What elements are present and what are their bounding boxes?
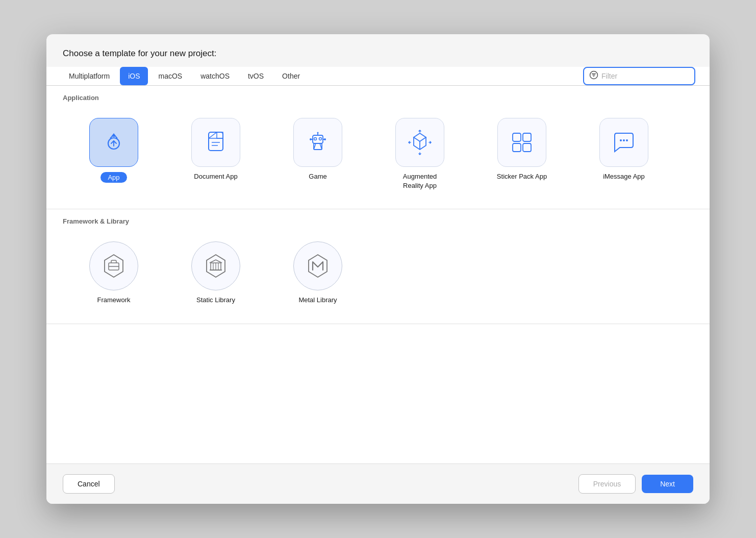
- template-document-app[interactable]: Document App: [165, 112, 267, 197]
- svg-point-20: [324, 138, 326, 140]
- static-library-icon-box: [191, 241, 240, 290]
- template-sticker-pack[interactable]: Sticker Pack App: [471, 112, 573, 197]
- template-imessage-app[interactable]: iMessage App: [573, 112, 675, 197]
- application-section: Application App: [46, 86, 710, 209]
- next-button[interactable]: Next: [642, 475, 693, 493]
- dialog-header: Choose a template for your new project:: [46, 34, 710, 67]
- dialog-footer: Cancel Previous Next: [46, 463, 710, 504]
- application-items-grid: App Document App: [46, 106, 710, 209]
- template-framework[interactable]: Framework: [63, 235, 165, 311]
- previous-button[interactable]: Previous: [578, 474, 636, 494]
- svg-point-27: [626, 139, 628, 141]
- svg-rect-6: [209, 132, 223, 151]
- imessage-app-icon-box: [599, 118, 648, 167]
- template-metal-library[interactable]: Metal Library: [267, 235, 369, 311]
- metal-library-icon-box: [293, 241, 342, 290]
- dialog-title: Choose a template for your new project:: [63, 48, 216, 58]
- cancel-button[interactable]: Cancel: [63, 474, 115, 494]
- static-library-label: Static Library: [196, 296, 235, 305]
- tab-multiplatform[interactable]: Multiplatform: [61, 67, 118, 85]
- framework-icon-box: [89, 241, 138, 290]
- svg-point-11: [319, 138, 322, 140]
- tab-tvos[interactable]: tvOS: [240, 67, 272, 85]
- framework-section-title: Framework & Library: [46, 209, 710, 229]
- game-label: Game: [309, 172, 326, 181]
- svg-rect-22: [523, 133, 531, 141]
- sticker-pack-label: Sticker Pack App: [497, 172, 547, 181]
- footer-right: Previous Next: [578, 474, 693, 494]
- framework-items-grid: Framework: [46, 229, 710, 323]
- svg-rect-24: [523, 143, 531, 152]
- content-area: Application App: [46, 86, 710, 463]
- document-app-label: Document App: [194, 172, 237, 181]
- svg-point-26: [623, 139, 625, 141]
- platform-tabs: Multiplatform iOS macOS watchOS tvOS Oth…: [61, 67, 583, 85]
- game-icon-box: [293, 118, 342, 167]
- svg-point-10: [314, 138, 317, 140]
- svg-point-19: [310, 138, 312, 140]
- filter-icon: [589, 70, 598, 82]
- framework-section: Framework & Library Framew: [46, 209, 710, 324]
- metal-library-label: Metal Library: [298, 296, 337, 305]
- template-ar-app[interactable]: AugmentedReality App: [369, 112, 471, 197]
- app-label: App: [100, 172, 127, 183]
- tab-watchos[interactable]: watchOS: [192, 67, 238, 85]
- app-icon-box: [89, 118, 138, 167]
- tab-macos[interactable]: macOS: [150, 67, 190, 85]
- svg-rect-21: [513, 133, 521, 141]
- svg-point-25: [620, 139, 622, 141]
- sticker-pack-icon-box: [497, 118, 546, 167]
- svg-point-13: [317, 132, 319, 134]
- ar-app-icon-box: [395, 118, 444, 167]
- search-container: [583, 67, 695, 85]
- tab-ios[interactable]: iOS: [120, 67, 148, 85]
- tab-other[interactable]: Other: [274, 67, 308, 85]
- search-input[interactable]: [601, 72, 689, 80]
- template-game[interactable]: Game: [267, 112, 369, 197]
- application-section-title: Application: [46, 86, 710, 106]
- template-static-library[interactable]: Static Library: [165, 235, 267, 311]
- tabs-bar: Multiplatform iOS macOS watchOS tvOS Oth…: [46, 67, 710, 86]
- document-app-icon-box: [191, 118, 240, 167]
- framework-label: Framework: [97, 296, 130, 305]
- ar-app-label: AugmentedReality App: [403, 172, 437, 190]
- template-app[interactable]: App: [63, 112, 165, 197]
- imessage-app-label: iMessage App: [603, 172, 645, 181]
- svg-rect-23: [513, 143, 521, 152]
- new-project-dialog: Choose a template for your new project: …: [46, 34, 710, 504]
